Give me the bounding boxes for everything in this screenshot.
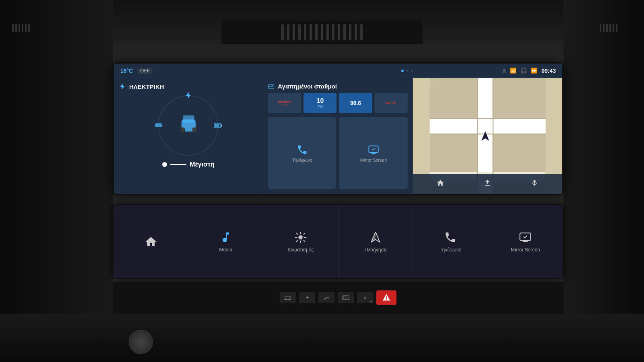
- svg-rect-13: [271, 86, 273, 87]
- lower-media-label: Media: [219, 247, 232, 253]
- lower-nav-climate[interactable]: Κλιματισμός: [263, 205, 338, 278]
- map-upload-btn[interactable]: [483, 179, 491, 189]
- physical-controls-bar: ✦ # off: [113, 282, 564, 314]
- svg-rect-28: [429, 134, 545, 134]
- lower-climate-icon: [294, 231, 307, 244]
- lower-climate-label: Κλιματισμός: [288, 247, 314, 253]
- electric-title-text: ΗΛΕΚΤΡΙΚΗ: [129, 83, 164, 90]
- location-icon: ⏩: [531, 68, 537, 74]
- radio-station-2[interactable]: 10 FM: [303, 93, 336, 113]
- favorites-panel-title: Αγαπημένοι σταθμοί: [268, 83, 407, 90]
- svg-rect-18: [429, 134, 478, 172]
- phone-action-icon: [297, 144, 308, 155]
- phone-action-btn[interactable]: Τηλέφωνο: [268, 117, 336, 189]
- lower-nav-label: Πλοήγηση: [365, 247, 387, 253]
- slider-dot: [162, 162, 167, 167]
- svg-rect-4: [155, 124, 162, 127]
- map-upload-icon: [483, 179, 491, 187]
- phys-rear-window-btn[interactable]: [338, 292, 354, 303]
- battery-icon: [214, 121, 223, 130]
- phys-wiper-btn[interactable]: [318, 292, 334, 303]
- middle-panel-favorites[interactable]: Αγαπημένοι σταθμοί Masters 107.8 10: [263, 78, 413, 194]
- media-icon: 🎧: [520, 68, 527, 74]
- circle-ring: [158, 95, 219, 156]
- phys-rear-window-icon: [342, 295, 350, 300]
- lower-screen: Media Κλιματισμός: [113, 204, 564, 279]
- phys-car-btn[interactable]: [280, 292, 296, 303]
- left-vent: [12, 22, 44, 34]
- dot-1: [401, 70, 404, 72]
- main-screen: 18°C OFF ⎘ 📶 🎧 ⏩ 09:43: [113, 62, 564, 195]
- lower-phone-label: Τηλέφωνο: [440, 247, 461, 253]
- radio-station-1[interactable]: Masters 107.8: [268, 93, 301, 113]
- map-panel[interactable]: [413, 78, 562, 194]
- svg-point-11: [269, 86, 271, 87]
- svg-point-33: [289, 299, 290, 300]
- lower-mirror-icon: [519, 231, 532, 244]
- map-home-btn[interactable]: [436, 179, 444, 189]
- ac-status-badge: OFF: [138, 68, 152, 74]
- center-vent: [221, 20, 423, 44]
- status-dots: [312, 70, 503, 72]
- lower-nav-navigation[interactable]: Πλοήγηση: [339, 205, 413, 278]
- lower-nav-home[interactable]: [114, 205, 188, 278]
- lower-nav-mirror[interactable]: Mirror Screen: [488, 205, 563, 278]
- status-left: 18°C OFF: [120, 68, 312, 74]
- hazard-icon: [382, 293, 391, 302]
- megisti-text: Μέγιστη: [190, 161, 215, 168]
- electric-icon: [119, 83, 126, 90]
- map-mic-btn[interactable]: [530, 179, 539, 189]
- mirror-action-icon: [368, 144, 379, 155]
- bolt-icon: [184, 91, 192, 99]
- svg-rect-1: [183, 115, 194, 123]
- circle-item-battery: [214, 121, 223, 130]
- right-vent: [600, 22, 632, 34]
- svg-rect-12: [271, 85, 273, 86]
- action-buttons: Τηλέφωνο Mirror Screen: [268, 117, 407, 189]
- radio-icon: [268, 83, 275, 90]
- svg-rect-6: [159, 123, 161, 125]
- svg-point-32: [285, 299, 287, 300]
- phone-action-label: Τηλέφωνο: [292, 158, 312, 162]
- dot-3: [411, 70, 413, 72]
- dot-2: [406, 70, 409, 72]
- megisti-label: Μέγιστη: [162, 161, 215, 168]
- left-panel-electric[interactable]: ΗΛΕΚΤΡΙΚΗ: [114, 78, 263, 194]
- map-home-icon: [436, 179, 444, 187]
- status-bar: 18°C OFF ⎘ 📶 🎧 ⏩ 09:43: [114, 64, 562, 78]
- svg-rect-27: [429, 118, 545, 119]
- lower-nav-phone[interactable]: Τηλέφωνο: [413, 205, 488, 278]
- lower-nav-media[interactable]: Media: [188, 205, 263, 278]
- phys-car-icon: [284, 295, 292, 300]
- svg-rect-19: [492, 134, 545, 172]
- hazard-btn[interactable]: [376, 290, 396, 305]
- electric-circle: [156, 93, 221, 158]
- phys-grid-btn[interactable]: # off: [357, 292, 373, 303]
- svg-rect-3: [192, 128, 196, 132]
- left-interior: [0, 0, 113, 362]
- lower-media-icon: [219, 231, 232, 244]
- radio-station-4[interactable]: NOVA: [375, 93, 408, 113]
- lower-phone-icon: [444, 231, 457, 244]
- svg-line-35: [343, 296, 344, 300]
- favorites-title-text: Αγαπημένοι σταθμοί: [278, 83, 337, 90]
- circle-item-engine: [154, 121, 163, 130]
- mirror-screen-action-btn[interactable]: Mirror Screen: [339, 117, 407, 189]
- svg-rect-17: [492, 78, 545, 119]
- bottom-area: [0, 314, 644, 362]
- lower-mirror-label: Mirror Screen: [511, 247, 540, 253]
- phys-fan-btn[interactable]: ✦: [299, 292, 315, 303]
- status-right: ⎘ 📶 🎧 ⏩ 09:43: [503, 68, 556, 74]
- svg-line-37: [348, 296, 349, 300]
- off-label: off: [369, 300, 372, 303]
- svg-rect-5: [157, 123, 158, 125]
- radio-station-3[interactable]: 98.6: [339, 93, 372, 113]
- svg-rect-16: [429, 78, 478, 119]
- right-interior: [564, 0, 644, 362]
- car-interior: 18°C OFF ⎘ 📶 🎧 ⏩ 09:43: [0, 0, 644, 362]
- svg-rect-8: [215, 124, 219, 127]
- volume-knob[interactable]: [129, 330, 153, 354]
- time-display: 09:43: [541, 68, 556, 74]
- lower-nav-icon: [369, 231, 382, 244]
- phys-fan-icon: ✦: [305, 295, 309, 300]
